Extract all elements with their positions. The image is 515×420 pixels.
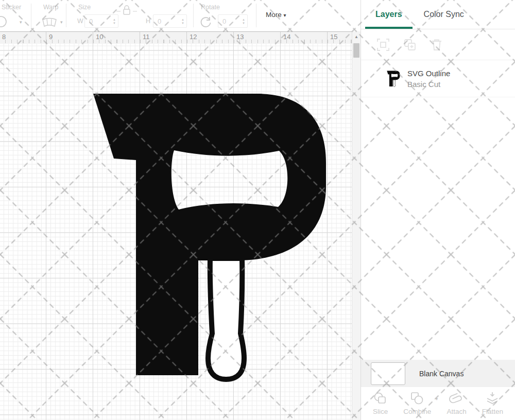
rotate-stepper[interactable]: ▲▼ (240, 18, 247, 25)
duplicate-icon[interactable] (403, 38, 417, 51)
ruler-cell: 9 (46, 32, 93, 44)
flatten-label: Flatten (482, 408, 503, 415)
attach-button[interactable]: Attach (447, 392, 466, 415)
ruler-cell: 12 (186, 32, 233, 44)
more-label: More (266, 11, 282, 19)
layer-tools-row (361, 29, 515, 60)
combine-button[interactable]: ▾ Combine (403, 392, 431, 415)
sticker-dropdown-caret[interactable]: ▾ (20, 20, 22, 25)
attach-label: Attach (447, 408, 466, 415)
blank-canvas-label: Blank Canvas (419, 370, 464, 378)
ruler-number: 14 (283, 33, 290, 41)
width-value: 0 (85, 18, 111, 25)
horizontal-ruler: 8 9 10 11 12 13 14 15 (0, 31, 352, 44)
layer-actions-bar: Slice ▾ Combine Attach (361, 387, 515, 420)
toolbar-divider (256, 4, 256, 27)
ruler-cell: 13 (233, 32, 280, 44)
height-input[interactable]: 0 ▲▼ (153, 14, 187, 28)
ruler-cell: 11 (140, 32, 186, 44)
sticker-label: Sticker (2, 4, 21, 11)
top-toolbar: Sticker ▾ Warp ▾ Size W 0 ▲▼ H 0 ▲▼ (0, 0, 360, 31)
width-input[interactable]: 0 ▲▼ (84, 14, 118, 28)
size-label: Size (78, 4, 91, 11)
toolbar-divider (193, 4, 194, 27)
layer-thumbnail (387, 70, 400, 87)
flatten-button[interactable]: Flatten (482, 392, 503, 415)
combine-caret-icon[interactable]: ▾ (436, 396, 438, 401)
height-stepper[interactable]: ▲▼ (179, 18, 186, 25)
ruler-number: 9 (49, 33, 53, 41)
ruler-cell: 10 (93, 32, 140, 44)
tab-color-sync[interactable]: Color Sync (424, 10, 464, 19)
rotate-label: Rotate (201, 4, 220, 11)
ruler-number: 13 (236, 33, 244, 41)
layer-item[interactable]: SVG Outline Basic Cut (361, 60, 515, 97)
warp-label: Warp (43, 4, 58, 11)
app-window: Sticker ▾ Warp ▾ Size W 0 ▲▼ H 0 ▲▼ (0, 0, 515, 420)
height-value: 0 (153, 18, 179, 25)
ruler-number: 10 (96, 33, 103, 41)
scrollbar-thumb[interactable] (353, 43, 359, 58)
slice-button[interactable]: Slice (373, 392, 388, 415)
blank-canvas-row[interactable]: Blank Canvas (361, 360, 515, 387)
ruler-number: 12 (190, 33, 197, 41)
combine-label: Combine (403, 408, 431, 415)
canvas-scrollbar[interactable]: ▲ (352, 31, 360, 420)
sticker-icon[interactable] (0, 15, 8, 28)
select-all-icon[interactable] (376, 38, 390, 51)
warp-icon[interactable] (41, 17, 58, 28)
canvas-color-swatch[interactable] (371, 362, 405, 385)
width-label: W (77, 18, 83, 25)
more-button[interactable]: More ▾ (266, 11, 286, 19)
warp-dropdown-caret[interactable]: ▾ (60, 20, 63, 25)
ruler-number: 11 (143, 33, 150, 41)
layer-title: SVG Outline (407, 69, 450, 78)
lock-aspect-icon[interactable] (115, 4, 138, 16)
ruler-cell: 8 (0, 32, 46, 44)
ruler-cell: 15 (327, 32, 352, 44)
width-stepper[interactable]: ▲▼ (111, 18, 118, 25)
ruler-number: 15 (330, 33, 337, 41)
toolbar-divider (31, 4, 31, 27)
attach-icon (449, 392, 465, 405)
rotate-input[interactable]: 0 ▲▼ (218, 14, 248, 28)
ruler-cell: 14 (280, 32, 327, 44)
flatten-icon (485, 392, 500, 405)
toolbar-divider (66, 4, 66, 27)
tab-layers[interactable]: Layers (375, 10, 402, 19)
height-label: H (146, 18, 150, 25)
slice-icon (373, 392, 388, 405)
scroll-up-arrow-icon[interactable]: ▲ (352, 34, 360, 39)
ruler-number: 8 (2, 33, 6, 41)
active-tab-underline (365, 27, 413, 29)
panel-tabbar: Layers Color Sync (361, 0, 515, 29)
rotate-value: 0 (218, 18, 240, 25)
layer-cut-type: Basic Cut (407, 80, 450, 89)
slice-label: Slice (373, 408, 388, 415)
rotate-icon[interactable] (199, 15, 213, 29)
delete-icon[interactable] (430, 38, 443, 51)
design-canvas[interactable] (0, 44, 352, 420)
combine-icon (410, 392, 424, 405)
pirates-p-logo-object[interactable] (0, 44, 352, 420)
layers-panel: Layers Color Sync SVG (360, 0, 515, 420)
more-caret-icon: ▾ (284, 12, 286, 18)
